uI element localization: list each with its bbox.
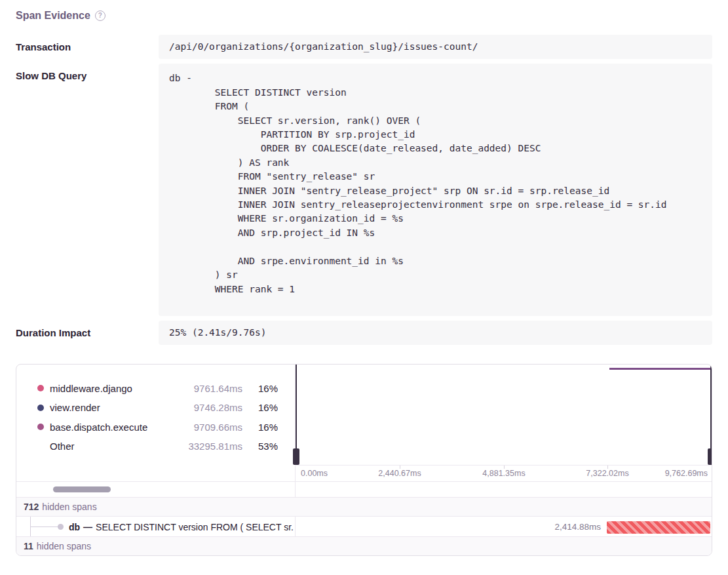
hidden-spans-count: 712 xyxy=(24,502,39,512)
legend-percent: 16% xyxy=(242,402,278,413)
axis-label: 4,881.35ms xyxy=(482,469,525,478)
legend-row-base-dispatch-execute: base.dispatch.execute 9709.66ms 16% xyxy=(16,417,295,437)
axis-label: 2,440.67ms xyxy=(378,469,421,478)
legend-percent: 16% xyxy=(242,383,278,394)
axis-label: 9,762.69ms xyxy=(665,469,708,478)
question-circle-icon[interactable]: ? xyxy=(95,10,105,21)
section-header: Span Evidence ? xyxy=(16,10,712,22)
minimap-right-drag-handle[interactable] xyxy=(708,448,712,465)
axis-spacer-row xyxy=(296,481,712,496)
legend-duration: 9761.64ms xyxy=(177,383,242,394)
legend-duration: 33295.81ms xyxy=(177,441,242,452)
hidden-spans-label: hidden spans xyxy=(42,502,96,512)
span-tree-connector-line xyxy=(30,526,58,527)
minimap-left-drag-handle[interactable] xyxy=(293,448,299,465)
legend-percent: 16% xyxy=(242,422,278,433)
transaction-label: Transaction xyxy=(16,35,159,59)
hidden-spans-label: hidden spans xyxy=(37,541,91,551)
span-tree-node-dot xyxy=(58,524,64,530)
transaction-value: /api/0/organizations/{organization_slug}… xyxy=(159,35,712,59)
legend-row-other: Other 33295.81ms 53% xyxy=(16,437,295,456)
hidden-spans-below-row[interactable]: 11 hidden spans xyxy=(16,536,712,555)
span-minimap[interactable] xyxy=(296,365,712,465)
legend-dot xyxy=(37,385,44,391)
legend-scrollbar-track[interactable] xyxy=(16,481,295,497)
legend-op-label: Other xyxy=(50,441,177,452)
slow-db-query-label: Slow DB Query xyxy=(16,64,159,316)
axis-label: 0.00ms xyxy=(301,469,328,478)
duration-impact-label: Duration Impact xyxy=(16,321,159,345)
legend-op-label: view.render xyxy=(50,402,177,413)
legend-percent: 53% xyxy=(242,441,278,452)
slow-db-query-value: db - SELECT DISTINCT version FROM ( SELE… xyxy=(159,64,712,316)
span-duration-value: 2,414.88ms xyxy=(554,517,601,537)
span-row-db[interactable]: db — SELECT DISTINCT version FROM ( SELE… xyxy=(16,516,712,536)
hidden-spans-above-row[interactable]: 712 hidden spans xyxy=(16,497,712,516)
span-description: SELECT DISTINCT version FROM ( SELECT sr… xyxy=(96,522,294,532)
span-evidence-key-values: Transaction /api/0/organizations/{organi… xyxy=(16,35,712,345)
span-op-separator: — xyxy=(83,522,92,532)
span-duration-panel: middleware.django 9761.64ms 16% view.ren… xyxy=(16,364,712,556)
legend-duration: 9709.66ms xyxy=(177,422,242,433)
legend-op-label: middleware.django xyxy=(50,383,177,394)
legend-row-view-render: view.render 9746.28ms 16% xyxy=(16,398,295,418)
span-op: db xyxy=(69,522,80,532)
legend-dot xyxy=(37,405,44,411)
axis-label: 7,322.02ms xyxy=(586,469,628,478)
span-op-legend: middleware.django 9761.64ms 16% view.ren… xyxy=(16,365,295,481)
legend-duration: 9746.28ms xyxy=(177,402,242,413)
legend-op-label: base.dispatch.execute xyxy=(50,422,177,433)
span-duration-bar[interactable] xyxy=(607,521,710,534)
legend-scrollbar-thumb[interactable] xyxy=(53,486,111,492)
section-title-text: Span Evidence xyxy=(16,10,90,22)
legend-dot xyxy=(37,424,44,430)
legend-row-middleware-django: middleware.django 9761.64ms 16% xyxy=(16,378,295,398)
minimap-span-bar xyxy=(609,368,710,370)
time-axis: 0.00ms 2,440.67ms 4,881.35ms 7,322.02ms … xyxy=(296,465,712,481)
hidden-spans-count: 11 xyxy=(24,541,33,551)
duration-impact-value: 25% (2.41s/9.76s) xyxy=(159,321,712,345)
